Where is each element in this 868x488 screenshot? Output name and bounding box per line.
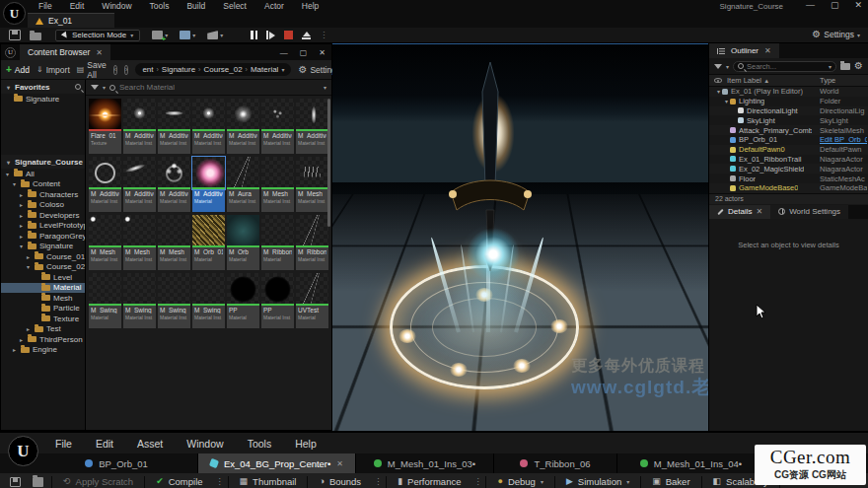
- asset-tile-m_additive[interactable]: M_Additive_Material Inst: [227, 99, 259, 154]
- options-dots-icon[interactable]: ⋮: [473, 477, 481, 486]
- menu-asset[interactable]: Asset: [125, 438, 175, 450]
- bounds-button[interactable]: ◑Bounds: [312, 473, 368, 488]
- tree-item-content[interactable]: ▾Content: [1, 179, 85, 190]
- outliner-row-skylight[interactable]: SkyLightSkyLight: [709, 115, 868, 125]
- menu-actor[interactable]: Actor: [255, 0, 293, 13]
- asset-tile-m_ribbon[interactable]: M_Ribbon_Material Inst: [296, 215, 328, 270]
- chevron-down-icon[interactable]: ▾: [281, 66, 284, 73]
- level-tab[interactable]: Ex_01: [28, 13, 114, 28]
- tree-expander-icon[interactable]: ▸: [11, 346, 18, 353]
- editor-settings-dropdown[interactable]: ⚙ Settings ▾: [812, 30, 860, 39]
- outliner-row-directionallight[interactable]: DirectionalLightDirectionalLig: [709, 106, 868, 116]
- save-all-button[interactable]: ▤ Save All: [77, 60, 107, 80]
- frame-skip-icon[interactable]: [266, 31, 275, 39]
- asset-tile-flare_01[interactable]: Flare_01Texture: [89, 99, 121, 154]
- unreal-logo-icon[interactable]: U: [3, 2, 26, 25]
- asset-tile-m_swing[interactable]: M_SwingMaterial Inst: [158, 273, 190, 328]
- asset-tile-m_mesh[interactable]: M_Mesh_Material Inst: [89, 215, 121, 270]
- tree-expander-icon[interactable]: ▾: [11, 180, 18, 187]
- filter-icon[interactable]: [714, 64, 722, 69]
- tree-item-levelprototyping[interactable]: ▸LevelPrototyping: [1, 221, 85, 232]
- add-button[interactable]: + Add: [6, 64, 30, 75]
- options-dots-icon[interactable]: ⋮: [374, 477, 382, 486]
- tree-expander-icon[interactable]: ▾: [25, 263, 32, 270]
- maximize-icon[interactable]: ▢: [300, 48, 308, 57]
- asset-tile-m_swing[interactable]: M_SwingMaterial Inst: [192, 273, 225, 328]
- asset-tile-m_mesh[interactable]: M_Mesh_Material Inst: [261, 157, 294, 212]
- asset-tile-m_additive[interactable]: M_Additive_Material Inst: [158, 99, 190, 154]
- tree-item-mesh[interactable]: Mesh: [1, 293, 85, 304]
- editor-tab-bp-orb-01[interactable]: BP_Orb_01: [36, 453, 198, 473]
- close-icon[interactable]: ✕: [854, 0, 862, 10]
- menu-file[interactable]: File: [30, 0, 61, 13]
- minimize-icon[interactable]: —: [280, 48, 288, 57]
- stop-icon[interactable]: [284, 31, 293, 39]
- type-column[interactable]: Type: [820, 76, 835, 85]
- menu-help[interactable]: Help: [293, 0, 327, 13]
- tree-item-level[interactable]: Level: [1, 272, 85, 283]
- selection-mode-dropdown[interactable]: Selection Mode ▾: [55, 30, 140, 41]
- asset-tile-m_additive[interactable]: M_Additive_Material Inst: [123, 157, 156, 212]
- tree-item-course_02[interactable]: ▾Course_02: [1, 262, 85, 273]
- blueprints-dropdown[interactable]: ▾: [180, 31, 195, 39]
- tree-expander-icon[interactable]: ▸: [25, 325, 32, 332]
- close-icon[interactable]: ✕: [336, 459, 343, 468]
- tree-expander-icon[interactable]: ▸: [18, 212, 25, 219]
- outliner-row-ex-01-ribbontrail[interactable]: Ex_01_RibbonTrailNiagaraActor: [709, 155, 868, 165]
- outliner-row-bp-orb-01[interactable]: BP_Orb_01Edit BP_Orb_0: [709, 135, 868, 145]
- save-icon[interactable]: [10, 477, 21, 487]
- close-icon[interactable]: ✕: [764, 46, 771, 55]
- outliner-row-gamemodebase0[interactable]: GameModeBase0GameModeBa: [709, 183, 868, 193]
- tree-item-material[interactable]: Material: [1, 283, 85, 294]
- scrollbar[interactable]: [327, 99, 330, 227]
- tree-expander-icon[interactable]: ▸: [25, 253, 32, 260]
- minimize-icon[interactable]: —: [806, 0, 815, 10]
- tree-expander-icon[interactable]: ▸: [18, 201, 25, 208]
- menu-help[interactable]: Help: [283, 438, 328, 450]
- menu-edit[interactable]: Edit: [84, 438, 125, 450]
- pause-icon[interactable]: [251, 31, 257, 39]
- outliner-row-ex-02-magicshield[interactable]: Ex_02_MagicShieldNiagaraActor: [709, 164, 868, 174]
- tree-expander-icon[interactable]: ▸: [18, 222, 25, 229]
- menu-build[interactable]: Build: [178, 0, 214, 13]
- edit-blueprint-link[interactable]: Edit BP_Orb_0: [820, 135, 867, 144]
- visibility-eye-icon[interactable]: [714, 78, 722, 83]
- tree-item-characters[interactable]: ▸Characters: [1, 189, 85, 200]
- row-expander-icon[interactable]: ▾: [715, 88, 722, 95]
- menu-select[interactable]: Select: [214, 0, 255, 13]
- world-settings-tab[interactable]: World Settings: [770, 205, 848, 219]
- menu-window[interactable]: Window: [93, 0, 140, 13]
- asset-tile-m_additive[interactable]: M_Additive_Material Inst: [89, 157, 121, 212]
- breadcrumb-item[interactable]: Course_02: [203, 65, 242, 74]
- tree-item-test[interactable]: ▸Test: [1, 324, 85, 335]
- details-tab[interactable]: Details ✕: [709, 205, 770, 219]
- editor-tab-t-ribbon-06[interactable]: T_Ribbon_06: [494, 453, 617, 473]
- search-icon[interactable]: [75, 84, 81, 90]
- outliner-search-input[interactable]: [747, 62, 826, 71]
- breadcrumb-item[interactable]: Signature: [162, 65, 195, 74]
- chevron-down-icon[interactable]: ▾: [324, 84, 326, 91]
- baker-button[interactable]: ▣Baker: [645, 473, 696, 488]
- menu-tools[interactable]: Tools: [141, 0, 179, 13]
- performance-button[interactable]: ▮Performance: [391, 473, 468, 488]
- tree-item-texture[interactable]: Texture: [1, 314, 85, 324]
- favorites-header[interactable]: ▾ Favorites: [1, 80, 85, 94]
- asset-tile-m_additive[interactable]: M_Additive_Material Inst: [158, 157, 190, 212]
- asset-tile-m_aura[interactable]: M_Aura_Material Inst: [227, 157, 259, 212]
- asset-tile-m_additive[interactable]: M_Additive_Material Inst: [296, 99, 328, 154]
- tree-item-particle[interactable]: Particle: [1, 304, 85, 314]
- project-tree-header[interactable]: ▾ Signature_Course: [1, 155, 85, 169]
- back-icon[interactable]: ‹: [113, 65, 117, 75]
- tree-item-signature[interactable]: Signature: [1, 94, 85, 105]
- browse-asset-icon[interactable]: [33, 477, 43, 487]
- add-actor-dropdown[interactable]: ▾: [152, 31, 168, 39]
- tree-expander-icon[interactable]: ▸: [18, 233, 25, 240]
- outliner-row-ex-01-play-in-editor-[interactable]: ▾Ex_01 (Play In Editor)World: [709, 87, 868, 97]
- content-browser-tab[interactable]: Content Browser ✕: [20, 44, 110, 60]
- close-icon[interactable]: ✕: [319, 48, 326, 57]
- asset-tile-uvtest[interactable]: UVTestMaterial: [296, 273, 328, 328]
- import-button[interactable]: ⇓ Import: [36, 65, 70, 75]
- outliner-search-field[interactable]: ▾: [733, 61, 836, 72]
- cinematics-dropdown[interactable]: ▾: [207, 31, 223, 39]
- asset-tile-m_swing[interactable]: M_SwingMaterial Inst: [123, 273, 156, 328]
